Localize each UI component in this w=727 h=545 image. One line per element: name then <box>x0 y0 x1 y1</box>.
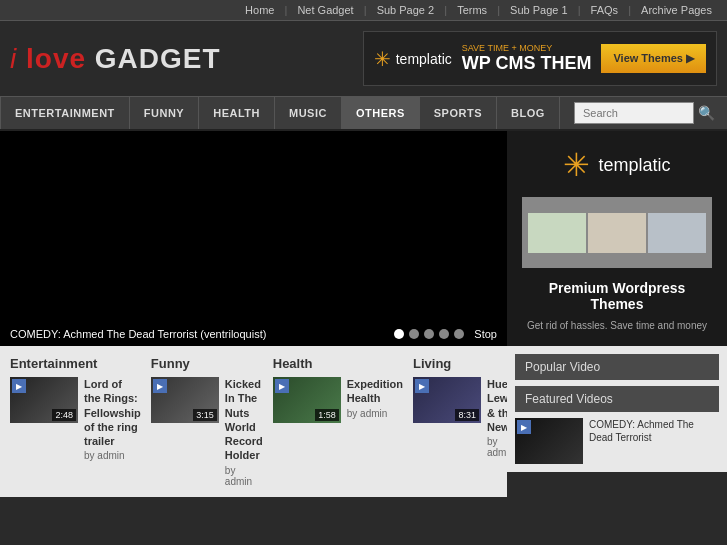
ad-save-text: SAVE TIME + MONEY <box>462 43 592 53</box>
nav-health[interactable]: HEALTH <box>199 97 275 129</box>
sep2: | <box>364 4 367 16</box>
card-item-funny: ▶ 3:15 Kicked In The Nuts World Record H… <box>151 377 263 487</box>
card-title-entertainment: Lord of the Rings: Fellowship of the rin… <box>84 377 141 448</box>
topnav-home[interactable]: Home <box>245 4 274 16</box>
card-health-title: Health <box>273 356 403 371</box>
card-thumb-funny[interactable]: ▶ 3:15 <box>151 377 219 423</box>
ad-logo: ✳ templatic <box>374 47 452 71</box>
nav-items: ENTERTAINMENT FUNNY HEALTH MUSIC OTHERS … <box>0 97 566 129</box>
play-icon-health: ▶ <box>275 379 289 393</box>
slider-stop-button[interactable]: Stop <box>474 328 497 340</box>
featured-video-item: ▶ COMEDY: Achmed The Dead Terrorist <box>515 418 719 464</box>
card-title-funny: Kicked In The Nuts World Record Holder <box>225 377 263 463</box>
ad-view-themes-button[interactable]: View Themes <box>601 44 706 73</box>
sidebar-ad-tagline: Get rid of hassles. Save time and money <box>527 320 707 331</box>
content-area: COMEDY: Achmed The Dead Terrorist (ventr… <box>0 131 727 497</box>
card-health: Health ▶ 1:58 Expedition Health by admin <box>273 356 403 487</box>
card-by-health: by admin <box>347 408 403 419</box>
search-input[interactable] <box>574 102 694 124</box>
ad-text: SAVE TIME + MONEY WP CMS THEM <box>462 43 592 74</box>
screenshot-1 <box>528 213 586 253</box>
nav-blog[interactable]: BLOG <box>497 97 560 129</box>
card-duration-living: 8:31 <box>455 409 479 421</box>
logo-i: i <box>10 43 17 74</box>
popular-video-title: Popular Video <box>515 354 719 380</box>
card-text-funny: Kicked In The Nuts World Record Holder b… <box>225 377 263 487</box>
nav-funny[interactable]: FUNNY <box>130 97 199 129</box>
slider-dot-1[interactable] <box>394 329 404 339</box>
card-duration-funny: 3:15 <box>193 409 217 421</box>
card-living: Living ▶ 8:31 Huey Lewis & the News by a… <box>413 356 518 487</box>
header: i love GADGET ✳ templatic SAVE TIME + MO… <box>0 21 727 96</box>
card-thumb-entertainment[interactable]: ▶ 2:48 <box>10 377 78 423</box>
sidebar: ✳ templatic Premium Wordpress Themes Get… <box>507 131 727 497</box>
ad-star-icon: ✳ <box>374 47 391 71</box>
slider-controls: Stop <box>394 328 497 340</box>
slider-dot-5[interactable] <box>454 329 464 339</box>
sep6: | <box>628 4 631 16</box>
play-icon-funny: ▶ <box>153 379 167 393</box>
card-entertainment: Entertainment ▶ 2:48 Lord of the Rings: … <box>10 356 141 487</box>
nav-entertainment[interactable]: ENTERTAINMENT <box>0 97 130 129</box>
slider: COMEDY: Achmed The Dead Terrorist (ventr… <box>0 131 507 346</box>
card-text-health: Expedition Health by admin <box>347 377 403 423</box>
card-thumb-health[interactable]: ▶ 1:58 <box>273 377 341 423</box>
logo-gadget: GADGET <box>95 43 221 74</box>
card-funny: Funny ▶ 3:15 Kicked In The Nuts World Re… <box>151 356 263 487</box>
sidebar-ad-screenshot <box>522 197 712 268</box>
slider-caption-text: COMEDY: Achmed The Dead Terrorist (ventr… <box>10 328 266 340</box>
card-title-health: Expedition Health <box>347 377 403 406</box>
play-icon-entertainment: ▶ <box>12 379 26 393</box>
header-ad-banner: ✳ templatic SAVE TIME + MONEY WP CMS THE… <box>363 31 717 86</box>
topnav-subpage2[interactable]: Sub Page 2 <box>377 4 435 16</box>
nav-sports[interactable]: SPORTS <box>420 97 497 129</box>
card-duration-health: 1:58 <box>315 409 339 421</box>
sidebar-ad-brand: templatic <box>598 155 670 176</box>
top-nav: Home | Net Gadget | Sub Page 2 | Terms |… <box>0 0 727 21</box>
nav-music[interactable]: MUSIC <box>275 97 342 129</box>
slider-dot-4[interactable] <box>439 329 449 339</box>
card-funny-title: Funny <box>151 356 263 371</box>
nav-others[interactable]: OTHERS <box>342 97 420 129</box>
logo: i love GADGET <box>10 43 221 75</box>
topnav-subpage1[interactable]: Sub Page 1 <box>510 4 568 16</box>
card-item-living: ▶ 8:31 Huey Lewis & the News by admin <box>413 377 518 458</box>
topnav-netgadget[interactable]: Net Gadget <box>297 4 353 16</box>
card-item-entertainment: ▶ 2:48 Lord of the Rings: Fellowship of … <box>10 377 141 461</box>
main-column: COMEDY: Achmed The Dead Terrorist (ventr… <box>0 131 507 497</box>
slider-dot-2[interactable] <box>409 329 419 339</box>
card-by-funny: by admin <box>225 465 263 487</box>
sidebar-ad-star-icon: ✳ <box>563 146 590 184</box>
slider-dot-3[interactable] <box>424 329 434 339</box>
card-duration-entertainment: 2:48 <box>52 409 76 421</box>
featured-video-thumb[interactable]: ▶ <box>515 418 583 464</box>
cards-row: Entertainment ▶ 2:48 Lord of the Rings: … <box>0 346 507 497</box>
sep3: | <box>444 4 447 16</box>
card-living-title: Living <box>413 356 518 371</box>
sidebar-ad-logo: ✳ templatic <box>563 146 670 184</box>
ad-wp-text: WP CMS THEM <box>462 53 592 74</box>
featured-video-text: COMEDY: Achmed The Dead Terrorist <box>589 418 719 464</box>
search-icon[interactable]: 🔍 <box>694 101 719 125</box>
topnav-faqs[interactable]: FAQs <box>591 4 619 16</box>
main-nav: ENTERTAINMENT FUNNY HEALTH MUSIC OTHERS … <box>0 96 727 131</box>
card-by-entertainment: by admin <box>84 450 141 461</box>
card-text-entertainment: Lord of the Rings: Fellowship of the rin… <box>84 377 141 461</box>
topnav-archive[interactable]: Archive Pages <box>641 4 712 16</box>
card-entertainment-title: Entertainment <box>10 356 141 371</box>
slider-caption: COMEDY: Achmed The Dead Terrorist (ventr… <box>0 322 507 346</box>
play-icon-living: ▶ <box>415 379 429 393</box>
topnav-terms[interactable]: Terms <box>457 4 487 16</box>
sidebar-ad: ✳ templatic Premium Wordpress Themes Get… <box>507 131 727 346</box>
sep4: | <box>497 4 500 16</box>
featured-play-icon: ▶ <box>517 420 531 434</box>
sidebar-sections: Popular Video Featured Videos ▶ COMEDY: … <box>507 346 727 472</box>
sep1: | <box>284 4 287 16</box>
featured-videos-title: Featured Videos <box>515 386 719 412</box>
screenshot-3 <box>648 213 706 253</box>
logo-love: love <box>26 43 86 74</box>
sep5: | <box>578 4 581 16</box>
screenshot-strip <box>528 213 706 253</box>
card-thumb-living[interactable]: ▶ 8:31 <box>413 377 481 423</box>
screenshot-2 <box>588 213 646 253</box>
